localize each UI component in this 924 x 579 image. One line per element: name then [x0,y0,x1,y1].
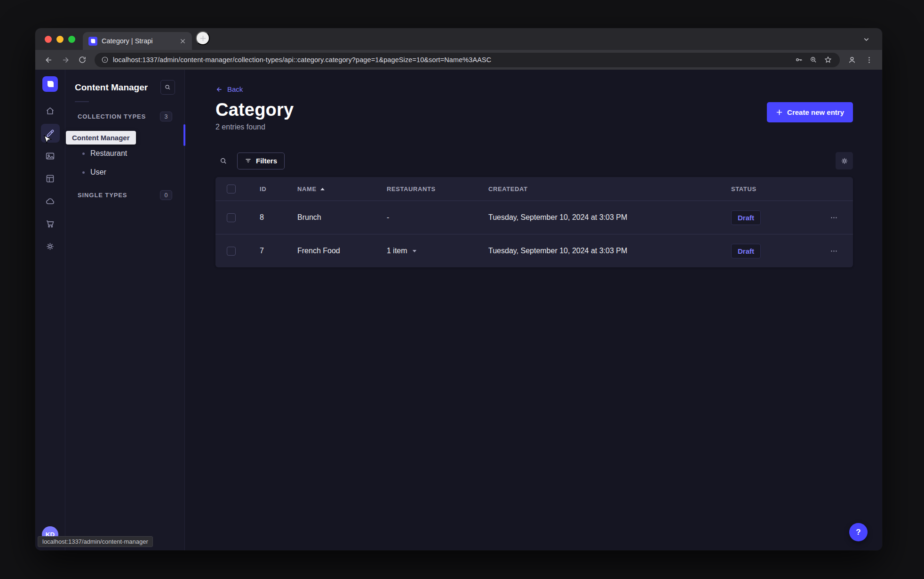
header-restaurants: RESTAURANTS [387,185,488,193]
sidebar-item-restaurant[interactable]: Restaurant [75,144,175,163]
create-new-entry-label: Create new entry [787,108,844,116]
cell-name: Brunch [297,213,387,222]
media-library-icon[interactable] [41,146,60,165]
caret-down-icon [412,249,417,253]
bookmark-star-icon[interactable] [823,55,833,65]
content-type-builder-icon[interactable] [41,169,60,188]
header-status: STATUS [731,185,825,193]
window-controls [35,36,83,43]
window-minimize-button[interactable] [56,36,64,43]
strapi-app: KD Content Manager COLLECTION TYPES 3 Ca… [35,70,882,550]
browser-menu-icon[interactable] [861,52,876,67]
browser-toolbar: localhost:1337/admin/content-manager/col… [35,50,882,70]
mouse-cursor [43,135,52,145]
sort-ascending-icon [320,187,325,191]
status-badge: Draft [731,244,761,258]
select-all-checkbox[interactable] [227,185,236,193]
main-content: Back Category 2 entries found Create new… [185,70,882,550]
row-actions-menu-icon[interactable] [826,245,842,257]
filters-button[interactable]: Filters [237,153,285,169]
header-createdat: CREATEDAT [488,185,731,193]
plus-icon [776,109,783,116]
header-name-sort[interactable]: NAME [297,185,387,193]
tab-title: Category | Strapi [102,37,174,45]
content-manager-tooltip: Content Manager [66,131,136,145]
cell-restaurants-expand[interactable]: 1 item [387,247,488,255]
search-icon[interactable] [215,153,231,169]
home-icon[interactable] [41,101,60,120]
single-types-count-badge: 0 [160,190,172,200]
marketplace-cart-icon[interactable] [41,214,60,233]
filter-icon [245,157,252,164]
create-new-entry-button[interactable]: Create new entry [767,102,853,122]
cell-id: 7 [260,247,297,255]
browser-window: Category | Strapi localhost [35,28,882,550]
browser-tab[interactable]: Category | Strapi [83,32,192,50]
zoom-icon[interactable] [808,55,819,65]
back-link[interactable]: Back [215,85,243,93]
tab-search-chevron-icon[interactable] [859,32,874,47]
sidebar-item-user[interactable]: User [75,163,175,182]
arrow-left-icon [215,86,223,93]
bullet-icon [82,171,85,174]
bullet-icon [82,153,85,155]
site-info-icon[interactable] [101,56,109,64]
url-text: localhost:1337/admin/content-manager/col… [113,56,789,64]
single-types-label: SINGLE TYPES [78,192,127,199]
row-checkbox[interactable] [227,213,236,222]
back-nav-icon[interactable] [41,52,56,67]
sidebar-title: Content Manager [75,82,148,93]
active-item-indicator [183,124,185,146]
filters-label: Filters [256,157,277,165]
sidebar-item-label: Restaurant [90,149,127,158]
reload-icon[interactable] [75,52,90,67]
cell-createdat: Tuesday, September 10, 2024 at 3:03 PM [488,247,731,255]
help-button[interactable]: ? [849,523,868,541]
passwords-key-icon[interactable] [794,55,804,65]
browser-tab-bar: Category | Strapi [35,28,882,50]
cell-createdat: Tuesday, September 10, 2024 at 3:03 PM [488,213,731,222]
page-title: Category [215,100,294,120]
sidebar-search-icon[interactable] [160,80,175,95]
entries-count: 2 entries found [215,123,294,131]
link-preview-status-bar: localhost:1337/admin/content-manager [38,536,153,547]
forward-nav-icon[interactable] [58,52,73,67]
entries-table: ID NAME RESTAURANTS CREATEDAT STATUS 8 [215,177,853,267]
row-actions-menu-icon[interactable] [826,212,842,224]
profile-icon[interactable] [844,52,860,67]
table-header-row: ID NAME RESTAURANTS CREATEDAT STATUS [215,177,853,201]
cell-id: 8 [260,213,297,222]
window-close-button[interactable] [45,36,52,43]
row-checkbox[interactable] [227,247,236,256]
list-toolbar: Filters [215,152,853,169]
collection-types-label: COLLECTION TYPES [78,113,146,120]
settings-gear-icon[interactable] [41,237,60,256]
strapi-logo[interactable] [42,76,58,92]
cell-restaurants-label: 1 item [387,247,407,255]
view-settings-gear-icon[interactable] [836,152,853,169]
status-badge: Draft [731,210,761,225]
sidebar-divider [75,101,89,102]
window-zoom-button[interactable] [68,36,75,43]
strapi-favicon-icon [88,37,97,46]
table-row: 8 Brunch - Tuesday, September 10, 2024 a… [215,201,853,234]
collection-types-count-badge: 3 [160,112,172,121]
header-id: ID [260,185,297,193]
back-label: Back [227,85,243,93]
header-name-label: NAME [297,185,317,193]
table-row: 7 French Food 1 item Tuesday, September … [215,234,853,267]
new-tab-button[interactable] [196,31,210,45]
cell-restaurants: - [387,213,488,222]
sidebar-item-label: User [90,168,106,177]
deploy-cloud-icon[interactable] [41,192,60,210]
cell-name: French Food [297,247,387,255]
address-bar[interactable]: localhost:1337/admin/content-manager/col… [95,53,840,67]
tab-close-icon[interactable] [178,36,187,46]
